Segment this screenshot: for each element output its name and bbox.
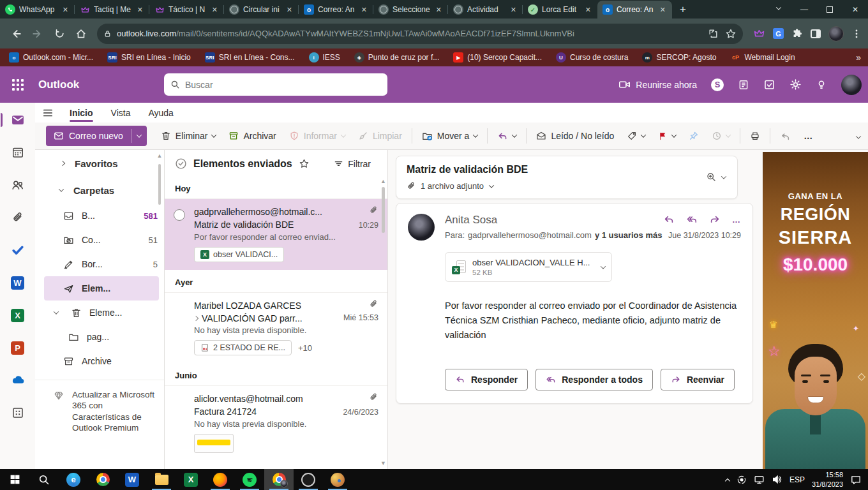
tab-search-icon[interactable] <box>766 0 791 19</box>
browser-tab-tactiq[interactable]: Tactiq | Me ✕ <box>75 1 149 19</box>
tab-close-icon[interactable]: ✕ <box>435 6 443 14</box>
bookmark-sercop-youtube[interactable]: ▶(10) Sercop Capacit... <box>453 52 542 63</box>
pin-button[interactable] <box>682 125 705 147</box>
taskbar-word-icon[interactable]: W <box>117 469 147 490</box>
move-to-button[interactable]: Mover a <box>415 125 484 147</box>
account-avatar[interactable] <box>841 75 862 95</box>
meet-now-button[interactable]: Reunirse ahora <box>618 78 697 91</box>
search-input[interactable] <box>185 80 381 90</box>
settings-gear-icon[interactable] <box>789 78 802 91</box>
taskbar-obs-icon[interactable] <box>294 469 323 490</box>
language-indicator[interactable]: ESP <box>789 475 805 484</box>
message-list-scrollbar[interactable]: ▲ ▼ <box>380 177 387 468</box>
tab-close-icon[interactable]: ✕ <box>61 6 70 14</box>
todo-icon[interactable] <box>763 78 775 91</box>
folder-pane-scrollbar[interactable]: ▲ ▼ <box>156 152 163 386</box>
reply-button[interactable]: Responder <box>445 369 528 390</box>
reply-icon[interactable] <box>663 214 675 225</box>
expand-chevron-icon[interactable] <box>54 309 59 314</box>
skype-icon[interactable]: S <box>711 78 724 91</box>
premium-upgrade-link[interactable]: Actualizar a Microsoft 365 con Caracterí… <box>35 388 164 433</box>
new-tab-button[interactable]: + <box>675 1 691 18</box>
browser-tab-actividad[interactable]: Actividad ✕ <box>448 1 523 19</box>
search-box[interactable] <box>164 73 387 96</box>
bookmark-punto-de-cruz[interactable]: ◈Punto de cruz por f... <box>354 52 439 63</box>
bookmark-outlook[interactable]: oOutlook.com - Micr... <box>9 52 93 63</box>
rail-calendar-icon[interactable] <box>7 143 29 162</box>
group-header-ayer[interactable]: Ayer <box>165 270 387 292</box>
bookmarks-overflow-icon[interactable]: » <box>856 52 859 63</box>
window-restore-button[interactable] <box>817 0 842 19</box>
group-header-junio[interactable]: Junio <box>165 363 387 385</box>
action-center-icon[interactable] <box>850 474 862 486</box>
tray-app-icon[interactable] <box>737 475 747 485</box>
reply-all-icon[interactable] <box>686 214 698 225</box>
tips-lightbulb-icon[interactable] <box>816 79 827 91</box>
snooze-button[interactable] <box>705 125 737 147</box>
bookmark-curso-costura[interactable]: UCurso de costura <box>556 52 628 63</box>
tactiq-extension-icon[interactable] <box>753 27 765 40</box>
image-attachment-thumbnail[interactable] <box>194 434 234 453</box>
rail-people-icon[interactable] <box>7 175 29 195</box>
new-mail-button[interactable]: Correo nuevo <box>46 126 147 146</box>
forward-icon[interactable] <box>28 24 47 43</box>
reply-button-toolbar[interactable] <box>491 125 523 147</box>
bookmark-sercop-moodle[interactable]: mSERCOP: Agosto <box>642 52 716 63</box>
window-minimize-button[interactable]: — <box>791 0 817 19</box>
group-header-hoy[interactable]: Hoy <box>165 176 387 198</box>
collapse-ribbon-icon[interactable] <box>857 131 860 141</box>
attachment-card[interactable]: X obser VALIDACION_VALLE H... 52 KB <box>445 252 612 282</box>
rail-mail-icon[interactable] <box>7 110 29 130</box>
rail-todo-icon[interactable] <box>7 241 29 260</box>
feed-icon[interactable] <box>738 79 749 91</box>
folder-inbox[interactable]: B...581 <box>35 204 164 228</box>
folder-sent-items[interactable]: Elem... <box>44 276 159 301</box>
reload-icon[interactable] <box>50 24 69 43</box>
tab-close-icon[interactable]: ✕ <box>509 6 518 14</box>
folder-pag[interactable]: pag... <box>35 325 164 349</box>
rail-excel-icon[interactable]: X <box>7 306 29 325</box>
taskbar-edge-icon[interactable]: e <box>59 469 88 490</box>
reply-all-button[interactable]: Responder a todos <box>535 369 653 390</box>
translate-extension-icon[interactable]: G <box>773 28 784 39</box>
back-icon[interactable] <box>6 24 26 43</box>
tab-close-icon[interactable]: ✕ <box>211 6 219 14</box>
browser-menu-icon[interactable] <box>851 29 862 39</box>
tab-close-icon[interactable]: ✕ <box>285 6 294 14</box>
ribbon-tab-inicio[interactable]: Inicio <box>61 103 102 122</box>
sender-avatar[interactable] <box>408 214 435 241</box>
browser-tab-correo-active[interactable]: o Correo: An ✕ <box>597 1 672 19</box>
extensions-puzzle-icon[interactable] <box>791 28 803 40</box>
forward-icon[interactable] <box>709 214 721 225</box>
home-icon[interactable] <box>71 24 91 43</box>
tab-close-icon[interactable]: ✕ <box>136 6 144 14</box>
rail-onedrive-icon[interactable] <box>7 371 29 390</box>
ribbon-tab-vista[interactable]: Vista <box>102 103 140 122</box>
email-item[interactable]: aliclor.ventas@hotmail.com Factura 24172… <box>165 385 387 461</box>
address-bar[interactable]: outlook.live.com/mail/0/sentitems/id/AQQ… <box>97 24 743 44</box>
taskbar-chrome-icon[interactable] <box>88 469 117 490</box>
zoom-message-control[interactable] <box>706 172 726 182</box>
more-attachments-count[interactable]: +10 <box>298 343 312 353</box>
tab-close-icon[interactable]: ✕ <box>360 6 368 14</box>
favorite-star-icon[interactable] <box>299 158 310 169</box>
folder-deleted-items[interactable]: Eleme... <box>35 301 164 325</box>
bookmark-sri-consultas[interactable]: SRISRI en Línea - Cons... <box>205 52 295 63</box>
taskbar-spotify-icon[interactable] <box>235 469 264 490</box>
taskbar-chrome-active-icon[interactable] <box>264 469 294 490</box>
tab-close-icon[interactable]: ✕ <box>659 6 667 14</box>
start-button[interactable] <box>0 469 29 490</box>
bookmark-sri-inicio[interactable]: SRISRI en Línea - Inicio <box>107 52 191 63</box>
rail-attachments-icon[interactable] <box>7 208 29 227</box>
flag-button[interactable] <box>652 125 682 147</box>
message-more-icon[interactable]: … <box>732 215 741 225</box>
window-close-button[interactable]: ✕ <box>842 0 868 19</box>
rail-word-icon[interactable]: W <box>7 273 29 292</box>
browser-tab-circular[interactable]: Circular ini ✕ <box>224 1 299 19</box>
browser-tab-correo-1[interactable]: o Correo: An ✕ <box>299 1 373 19</box>
email-checkbox[interactable] <box>174 209 185 221</box>
folders-header[interactable]: Carpetas <box>35 177 164 204</box>
bookmark-iess[interactable]: iIESS <box>309 52 340 63</box>
delete-button[interactable]: Eliminar <box>154 125 223 147</box>
taskbar-clock[interactable]: 15:58 31/8/2023 <box>812 470 843 489</box>
